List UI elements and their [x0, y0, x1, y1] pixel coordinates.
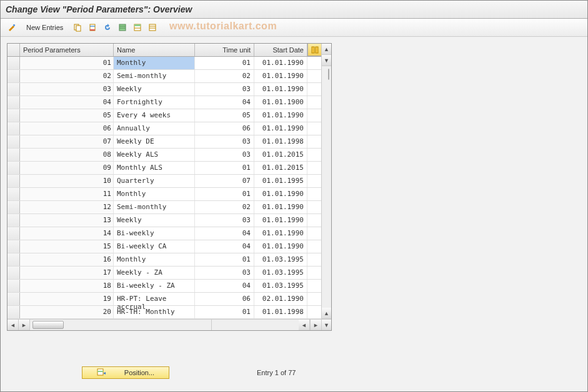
table-row[interactable]: 18Bi-weekly - ZA0401.03.1995 [7, 280, 321, 293]
col-time-unit[interactable]: Time unit [195, 44, 254, 56]
cell-start-date[interactable]: 01.01.1990 [254, 201, 307, 213]
cell-time-unit[interactable]: 04 [195, 227, 254, 240]
cell-name[interactable]: Bi-weekly [114, 227, 195, 240]
copy-icon[interactable] [71, 21, 84, 34]
cell-time-unit[interactable]: 04 [195, 280, 254, 292]
cell-start-date[interactable]: 01.01.1900 [254, 96, 307, 109]
cell-name[interactable]: Weekly ALS [114, 149, 195, 161]
vertical-scrollbar[interactable]: ▲ ▼ ▲ ▼ [321, 44, 331, 330]
vscroll-up2-icon[interactable]: ▲ [322, 308, 331, 319]
cell-start-date[interactable]: 01.01.1990 [254, 188, 307, 200]
cell-name[interactable]: Weekly [114, 83, 195, 96]
cell-start-date[interactable]: 01.03.1995 [254, 280, 307, 292]
cell-start-date[interactable]: 02.01.1990 [254, 293, 307, 305]
cell-start-date[interactable]: 01.01.1990 [254, 83, 307, 96]
table-row[interactable]: 14Bi-weekly0401.01.1990 [7, 227, 321, 240]
cell-time-unit[interactable]: 01 [195, 162, 254, 174]
cell-period-parameters[interactable]: 07 [20, 135, 114, 148]
cell-start-date[interactable]: 01.01.1990 [254, 57, 307, 69]
position-button[interactable]: Position... [82, 366, 169, 379]
table-row[interactable]: 02Semi-monthly0201.01.1990 [7, 70, 321, 83]
row-selector[interactable] [7, 175, 20, 187]
cell-period-parameters[interactable]: 16 [20, 253, 114, 266]
hscroll-right2-icon[interactable]: ► [310, 320, 321, 330]
col-period-parameters[interactable]: Period Parameters [20, 44, 114, 56]
cell-period-parameters[interactable]: 18 [20, 280, 114, 292]
cell-time-unit[interactable]: 01 [195, 188, 254, 200]
cell-start-date[interactable]: 01.01.1990 [254, 70, 307, 82]
column-config-icon[interactable] [307, 44, 321, 56]
deselect-all-icon[interactable] [146, 21, 159, 34]
table-row[interactable]: 16Monthly0101.03.1995 [7, 253, 321, 267]
undo-icon[interactable] [101, 21, 114, 34]
row-selector[interactable] [7, 201, 20, 213]
cell-name[interactable]: Monthly ALS [114, 162, 195, 174]
hscroll-track[interactable] [30, 320, 211, 330]
cell-name[interactable]: Monthly [114, 253, 195, 266]
cell-time-unit[interactable]: 01 [195, 306, 254, 318]
col-name[interactable]: Name [114, 44, 195, 56]
cell-period-parameters[interactable]: 02 [20, 70, 114, 82]
row-selector[interactable] [7, 267, 20, 279]
table-row[interactable]: 08Weekly ALS0301.01.2015 [7, 149, 321, 162]
cell-period-parameters[interactable]: 20 [20, 306, 114, 318]
table-row[interactable]: 12Semi-monthly0201.01.1990 [7, 201, 321, 214]
cell-name[interactable]: Annually [114, 122, 195, 135]
row-selector[interactable] [7, 162, 20, 174]
cell-start-date[interactable]: 01.03.1995 [254, 267, 307, 279]
row-selector[interactable] [7, 96, 20, 109]
select-all-header[interactable] [7, 44, 20, 56]
table-row[interactable]: 03Weekly0301.01.1990 [7, 83, 321, 96]
new-entries-button[interactable]: New Entries [21, 21, 69, 34]
cell-start-date[interactable]: 01.01.1990 [254, 214, 307, 227]
table-row[interactable]: 10Quarterly0701.01.1995 [7, 175, 321, 188]
hscroll-thumb[interactable] [32, 321, 64, 329]
cell-period-parameters[interactable]: 14 [20, 227, 114, 240]
row-selector[interactable] [7, 122, 20, 135]
cell-start-date[interactable]: 01.01.1990 [254, 109, 307, 122]
row-selector[interactable] [7, 149, 20, 161]
table-row[interactable]: 09Monthly ALS0101.01.2015 [7, 162, 321, 175]
table-row[interactable]: 07Weekly DE0301.01.1998 [7, 135, 321, 149]
cell-period-parameters[interactable]: 15 [20, 240, 114, 253]
row-selector[interactable] [7, 135, 20, 148]
cell-start-date[interactable]: 01.01.2015 [254, 162, 307, 174]
row-selector[interactable] [7, 227, 20, 240]
cell-name[interactable]: Every 4 weeks [114, 109, 195, 122]
cell-time-unit[interactable]: 06 [195, 293, 254, 305]
cell-period-parameters[interactable]: 19 [20, 293, 114, 305]
table-row[interactable]: 04Fortnightly0401.01.1900 [7, 96, 321, 109]
row-selector[interactable] [7, 57, 20, 69]
cell-name[interactable]: Weekly - ZA [114, 267, 195, 279]
cell-name[interactable]: Bi-weekly - ZA [114, 280, 195, 292]
hscroll-left-icon[interactable]: ◄ [7, 320, 19, 330]
cell-time-unit[interactable]: 02 [195, 70, 254, 82]
cell-period-parameters[interactable]: 04 [20, 96, 114, 109]
table-row[interactable]: 19HR-PT: Leave accrual0602.01.1990 [7, 293, 321, 306]
table-row[interactable]: 05Every 4 weeks0501.01.1990 [7, 109, 321, 122]
delete-icon[interactable] [86, 21, 99, 34]
table-row[interactable]: 13Weekly0301.01.1990 [7, 214, 321, 227]
cell-start-date[interactable]: 01.01.1998 [254, 135, 307, 148]
cell-time-unit[interactable]: 04 [195, 240, 254, 253]
row-selector[interactable] [7, 83, 20, 96]
col-start-date[interactable]: Start Date [254, 44, 307, 56]
select-block-icon[interactable] [131, 21, 144, 34]
cell-start-date[interactable]: 01.01.1990 [254, 227, 307, 240]
cell-start-date[interactable]: 01.03.1995 [254, 253, 307, 266]
cell-period-parameters[interactable]: 12 [20, 201, 114, 213]
table-row[interactable]: 11Monthly0101.01.1990 [7, 188, 321, 201]
cell-period-parameters[interactable]: 08 [20, 149, 114, 161]
cell-time-unit[interactable]: 05 [195, 109, 254, 122]
cell-name[interactable]: Fortnightly [114, 96, 195, 109]
cell-period-parameters[interactable]: 03 [20, 83, 114, 96]
cell-time-unit[interactable]: 06 [195, 122, 254, 135]
cell-period-parameters[interactable]: 09 [20, 162, 114, 174]
cell-period-parameters[interactable]: 17 [20, 267, 114, 279]
hscroll-left2-icon[interactable]: ◄ [299, 320, 310, 330]
vscroll-down-icon[interactable]: ▼ [322, 55, 331, 66]
cell-period-parameters[interactable]: 06 [20, 122, 114, 135]
cell-name[interactable]: Monthly [114, 57, 195, 69]
cell-time-unit[interactable]: 01 [195, 253, 254, 266]
row-selector[interactable] [7, 109, 20, 122]
